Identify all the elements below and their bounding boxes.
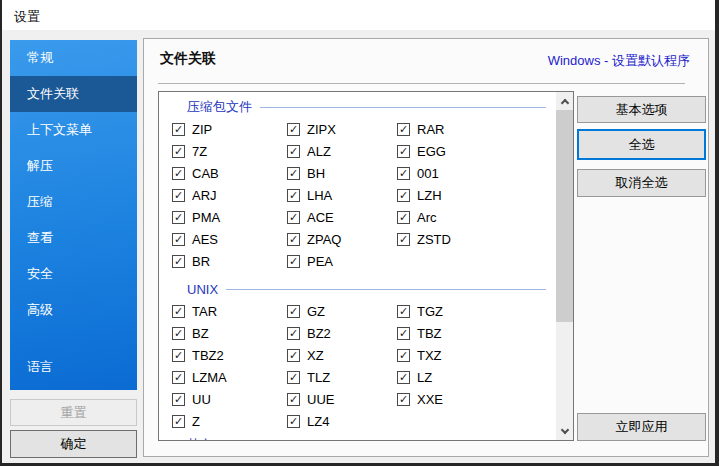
group-line bbox=[226, 289, 546, 290]
ok-button[interactable]: 确定 bbox=[10, 430, 137, 458]
format-checkbox-txz[interactable]: ✓TXZ bbox=[397, 344, 556, 366]
format-checkbox-pma[interactable]: ✓PMA bbox=[172, 206, 287, 228]
format-checkbox-lzh[interactable]: ✓LZH bbox=[397, 184, 556, 206]
format-checkbox-aes[interactable]: ✓AES bbox=[172, 228, 287, 250]
format-label: ACE bbox=[307, 210, 334, 225]
apply-now-button[interactable]: 立即应用 bbox=[577, 413, 706, 441]
select-all-button[interactable]: 全选 bbox=[577, 129, 706, 160]
checkbox-checked-icon: ✓ bbox=[397, 349, 410, 362]
format-checkbox-tlz[interactable]: ✓TLZ bbox=[287, 366, 397, 388]
checkbox-checked-icon: ✓ bbox=[287, 145, 300, 158]
format-checkbox-tbz[interactable]: ✓TBZ bbox=[397, 322, 556, 344]
basic-options-button[interactable]: 基本选项 bbox=[577, 96, 706, 123]
format-checkbox-rar[interactable]: ✓RAR bbox=[397, 118, 556, 140]
format-checkbox-zip[interactable]: ✓ZIP bbox=[172, 118, 287, 140]
vertical-scrollbar[interactable] bbox=[556, 92, 573, 440]
format-checkbox-cab[interactable]: ✓CAB bbox=[172, 162, 287, 184]
format-checkbox-001[interactable]: ✓001 bbox=[397, 162, 556, 184]
scroll-down-button[interactable] bbox=[556, 423, 573, 440]
format-checkbox-xxe[interactable]: ✓XXE bbox=[397, 388, 556, 410]
checkbox-checked-icon: ✓ bbox=[172, 327, 185, 340]
format-label: XXE bbox=[417, 392, 443, 407]
format-checkbox-egg[interactable]: ✓EGG bbox=[397, 140, 556, 162]
format-label: TAR bbox=[192, 304, 217, 319]
format-checkbox-tgz[interactable]: ✓TGZ bbox=[397, 300, 556, 322]
checkbox-checked-icon: ✓ bbox=[172, 233, 185, 246]
format-checkbox-zpaq[interactable]: ✓ZPAQ bbox=[287, 228, 397, 250]
sidebar-item-4[interactable]: 压缩 bbox=[10, 184, 137, 220]
format-checkbox-7z[interactable]: ✓7Z bbox=[172, 140, 287, 162]
format-checkbox-lha[interactable]: ✓LHA bbox=[287, 184, 397, 206]
format-label: 001 bbox=[417, 166, 439, 181]
format-checkbox-lz4[interactable]: ✓LZ4 bbox=[287, 410, 397, 432]
group-header: 压缩包文件 bbox=[159, 96, 556, 118]
checkbox-checked-icon: ✓ bbox=[397, 167, 410, 180]
reset-button[interactable]: 重置 bbox=[10, 399, 137, 426]
checkbox-checked-icon: ✓ bbox=[287, 327, 300, 340]
format-checkbox-bh[interactable]: ✓BH bbox=[287, 162, 397, 184]
sidebar-item-2[interactable]: 上下文菜单 bbox=[10, 112, 137, 148]
window-titlebar[interactable]: 设置 bbox=[2, 0, 715, 30]
format-checkbox-tbz2[interactable]: ✓TBZ2 bbox=[172, 344, 287, 366]
checkbox-checked-icon: ✓ bbox=[287, 167, 300, 180]
checkbox-checked-icon: ✓ bbox=[287, 255, 300, 268]
page-title: 文件关联 bbox=[160, 50, 216, 68]
format-label: ARJ bbox=[192, 188, 217, 203]
sidebar-item-6[interactable]: 安全 bbox=[10, 256, 137, 292]
format-checkbox-lz[interactable]: ✓LZ bbox=[397, 366, 556, 388]
format-checkbox-pea[interactable]: ✓PEA bbox=[287, 250, 397, 272]
format-label: TBZ bbox=[417, 326, 442, 341]
scrollbar-thumb[interactable] bbox=[556, 110, 573, 322]
sidebar-item-1[interactable]: 文件关联 bbox=[10, 76, 137, 112]
format-label: UUE bbox=[307, 392, 334, 407]
checkbox-checked-icon: ✓ bbox=[397, 123, 410, 136]
sidebar-item-7[interactable]: 高级 bbox=[10, 292, 137, 328]
format-checkbox-arc[interactable]: ✓Arc bbox=[397, 206, 556, 228]
format-label: Arc bbox=[417, 210, 437, 225]
windows-default-programs-link[interactable]: Windows - 设置默认程序 bbox=[548, 52, 690, 70]
sidebar-item-3[interactable]: 解压 bbox=[10, 148, 137, 184]
format-checkbox-lzma[interactable]: ✓LZMA bbox=[172, 366, 287, 388]
sidebar-item-5[interactable]: 查看 bbox=[10, 220, 137, 256]
format-checkbox-gz[interactable]: ✓GZ bbox=[287, 300, 397, 322]
format-label: EGG bbox=[417, 144, 446, 159]
format-label: LZ4 bbox=[307, 414, 329, 429]
checkbox-checked-icon: ✓ bbox=[397, 233, 410, 246]
format-checkbox-xz[interactable]: ✓XZ bbox=[287, 344, 397, 366]
format-checkbox-alz[interactable]: ✓ALZ bbox=[287, 140, 397, 162]
checkbox-checked-icon: ✓ bbox=[287, 211, 300, 224]
checkbox-checked-icon: ✓ bbox=[172, 189, 185, 202]
sidebar-item-8[interactable]: 语言 bbox=[10, 349, 137, 385]
format-checkbox-arj[interactable]: ✓ARJ bbox=[172, 184, 287, 206]
format-label: TGZ bbox=[417, 304, 443, 319]
format-checkbox-zipx[interactable]: ✓ZIPX bbox=[287, 118, 397, 140]
format-checkbox-br[interactable]: ✓BR bbox=[172, 250, 287, 272]
deselect-all-button[interactable]: 取消全选 bbox=[577, 169, 706, 197]
checkbox-checked-icon: ✓ bbox=[172, 305, 185, 318]
format-checkbox-uue[interactable]: ✓UUE bbox=[287, 388, 397, 410]
group-line bbox=[260, 107, 546, 108]
checkbox-checked-icon: ✓ bbox=[287, 123, 300, 136]
checkbox-checked-icon: ✓ bbox=[172, 167, 185, 180]
scroll-up-button[interactable] bbox=[556, 92, 573, 109]
format-label: 7Z bbox=[192, 144, 207, 159]
format-label: XZ bbox=[307, 348, 324, 363]
format-label: LZH bbox=[417, 188, 442, 203]
checkbox-checked-icon: ✓ bbox=[172, 123, 185, 136]
checkbox-checked-icon: ✓ bbox=[172, 393, 185, 406]
format-checkbox-zstd[interactable]: ✓ZSTD bbox=[397, 228, 556, 250]
format-checkbox-uu[interactable]: ✓UU bbox=[172, 388, 287, 410]
format-checkbox-bz[interactable]: ✓BZ bbox=[172, 322, 287, 344]
format-checkbox-tar[interactable]: ✓TAR bbox=[172, 300, 287, 322]
format-checkbox-z[interactable]: ✓Z bbox=[172, 410, 287, 432]
checkbox-checked-icon: ✓ bbox=[287, 233, 300, 246]
checkbox-checked-icon: ✓ bbox=[172, 415, 185, 428]
checkbox-checked-icon: ✓ bbox=[287, 305, 300, 318]
checkbox-grid: ✓ZIP✓ZIPX✓RAR✓7Z✓ALZ✓EGG✓CAB✓BH✓001✓ARJ✓… bbox=[159, 118, 556, 272]
format-checkbox-ace[interactable]: ✓ACE bbox=[287, 206, 397, 228]
format-label: RAR bbox=[417, 122, 444, 137]
format-label: Z bbox=[192, 414, 200, 429]
checkbox-checked-icon: ✓ bbox=[172, 349, 185, 362]
sidebar-item-0[interactable]: 常规 bbox=[10, 40, 137, 76]
format-checkbox-bz2[interactable]: ✓BZ2 bbox=[287, 322, 397, 344]
